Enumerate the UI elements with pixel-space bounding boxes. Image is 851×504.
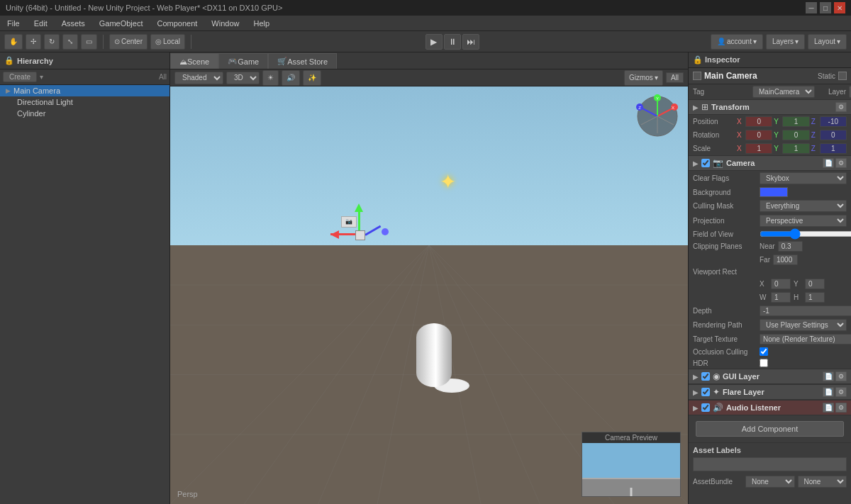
audio-listener-enabled-checkbox[interactable] xyxy=(701,403,710,412)
pivot-button[interactable]: ⊙ Center xyxy=(109,34,148,50)
flare-layer-script-button[interactable]: 📄 xyxy=(823,387,834,397)
menu-assets[interactable]: Assets xyxy=(55,16,92,30)
gui-layer-enabled-checkbox[interactable] xyxy=(701,372,710,381)
pause-button[interactable]: ⏸ xyxy=(444,34,461,50)
audio-listener-component-header[interactable]: ▶ 🔊 Audio Listener 📄 ⚙ xyxy=(689,400,851,415)
tab-scene[interactable]: ⛰ Scene xyxy=(170,53,218,69)
inspector-header: 🔒 Inspector xyxy=(689,52,851,68)
menu-help[interactable]: Help xyxy=(246,16,277,30)
menu-window[interactable]: Window xyxy=(204,16,246,30)
close-button[interactable]: ✕ xyxy=(834,2,845,13)
position-x-field[interactable] xyxy=(745,116,772,127)
rotation-z-field[interactable] xyxy=(820,130,847,140)
rect-tool-button[interactable]: ▭ xyxy=(81,34,97,50)
static-checkbox[interactable] xyxy=(838,72,847,80)
menu-edit[interactable]: Edit xyxy=(27,16,55,30)
scene-audio-button[interactable]: 🔊 xyxy=(282,70,300,86)
rotate-tool-button[interactable]: ↻ xyxy=(44,34,60,50)
asset-bundle-dropdown-2[interactable]: None xyxy=(798,476,847,488)
gizmos-button[interactable]: Gizmos ▾ xyxy=(624,70,663,86)
minimize-button[interactable]: ─ xyxy=(806,2,817,13)
add-component-button[interactable]: Add Component xyxy=(696,421,844,437)
target-texture-field[interactable] xyxy=(760,334,851,345)
camera-object-icon[interactable]: 📷 xyxy=(341,216,357,228)
x-label: X xyxy=(737,118,744,125)
rotation-y-field[interactable] xyxy=(782,130,809,140)
rendering-path-dropdown[interactable]: Use Player Settings xyxy=(760,319,847,331)
transform-settings-button[interactable]: ⚙ xyxy=(835,102,847,112)
sz-label: Z xyxy=(811,145,818,152)
flare-layer-settings-button[interactable]: ⚙ xyxy=(835,387,847,397)
space-button[interactable]: ◎ Local xyxy=(150,34,185,50)
maximize-button[interactable]: □ xyxy=(820,2,831,13)
occlusion-culling-checkbox[interactable] xyxy=(760,347,768,356)
rotation-x-field[interactable] xyxy=(745,130,772,140)
fov-slider[interactable] xyxy=(760,230,851,238)
vr-h-field[interactable] xyxy=(805,292,825,303)
hierarchy-item-main-camera[interactable]: ▶ Main Camera xyxy=(0,85,169,96)
directional-light-icon[interactable]: ✦ xyxy=(440,170,456,194)
far-field[interactable] xyxy=(773,254,798,265)
expand-arrow-icon: ▶ xyxy=(6,87,11,94)
search-scene-input[interactable]: All xyxy=(666,72,684,83)
vr-y-field[interactable] xyxy=(805,279,825,289)
transform-gizmo[interactable] xyxy=(330,203,387,260)
projection-dropdown[interactable]: Perspective xyxy=(760,215,847,227)
scene-lighting-button[interactable]: ☀ xyxy=(262,70,279,86)
scene-nav-gizmo[interactable]: X Y Z xyxy=(635,94,681,140)
audio-listener-script-button[interactable]: 📄 xyxy=(823,403,834,413)
object-name[interactable]: Main Camera xyxy=(704,71,815,81)
scale-x-field[interactable] xyxy=(745,143,772,154)
vr-x-field[interactable] xyxy=(771,279,791,289)
position-z-field[interactable] xyxy=(820,116,847,127)
dimension-dropdown[interactable]: 3D xyxy=(226,72,260,84)
camera-enabled-checkbox[interactable] xyxy=(701,159,710,167)
culling-mask-dropdown[interactable]: Everything xyxy=(760,200,847,212)
shading-mode-dropdown[interactable]: Shaded xyxy=(174,72,223,84)
hand-tool-button[interactable]: ✋ xyxy=(4,34,23,50)
inspector-scroll-area[interactable]: Main Camera Static Tag MainCamera Layer … xyxy=(689,68,851,504)
audio-listener-settings-button[interactable]: ⚙ xyxy=(835,403,847,413)
flare-layer-enabled-checkbox[interactable] xyxy=(701,388,710,396)
menu-file[interactable]: File xyxy=(0,16,27,30)
scale-tool-button[interactable]: ⤡ xyxy=(62,34,78,50)
scene-view[interactable]: 📷 ✦ Persp X xyxy=(170,86,688,504)
camera-settings-button[interactable]: ⚙ xyxy=(835,158,847,168)
account-dropdown[interactable]: 👤 account ▾ xyxy=(711,34,763,50)
scale-y-field[interactable] xyxy=(782,143,809,154)
play-button[interactable]: ▶ xyxy=(425,34,443,50)
flare-layer-component-header[interactable]: ▶ ✦ Flare Layer 📄 ⚙ xyxy=(689,384,851,400)
layers-dropdown[interactable]: Layers ▾ xyxy=(766,34,805,50)
move-tool-button[interactable]: ✢ xyxy=(26,34,41,50)
hierarchy-item-directional-light[interactable]: Directional Light xyxy=(0,96,169,108)
hdr-checkbox[interactable] xyxy=(760,359,768,367)
position-y-field[interactable] xyxy=(782,116,809,127)
hierarchy-content: ▶ Main Camera Directional Light Cylinder xyxy=(0,85,169,504)
camera-script-button[interactable]: 📄 xyxy=(823,158,834,168)
gui-layer-settings-button[interactable]: ⚙ xyxy=(835,371,847,381)
menu-gameobject[interactable]: GameObject xyxy=(92,16,150,30)
scale-z-field[interactable] xyxy=(820,143,847,154)
gui-layer-component-header[interactable]: ▶ ◉ GUI Layer 📄 ⚙ xyxy=(689,369,851,384)
transform-component-header[interactable]: ▶ ⊞ Transform ⚙ xyxy=(689,99,851,115)
vr-w-field[interactable] xyxy=(771,292,791,303)
layout-dropdown[interactable]: Layout ▾ xyxy=(808,34,847,50)
step-button[interactable]: ⏭ xyxy=(462,34,479,50)
gui-layer-script-button[interactable]: 📄 xyxy=(823,371,834,381)
asset-labels-input[interactable] xyxy=(693,457,847,471)
hierarchy-item-cylinder[interactable]: Cylinder xyxy=(0,108,169,119)
background-color-picker[interactable] xyxy=(760,187,788,197)
asset-bundle-dropdown-1[interactable]: None xyxy=(745,476,795,488)
scene-fx-button[interactable]: ✨ xyxy=(303,70,321,86)
hierarchy-create-button[interactable]: Create xyxy=(3,72,37,82)
near-field[interactable] xyxy=(778,241,803,252)
clear-flags-dropdown[interactable]: Skybox xyxy=(760,172,847,184)
camera-component-header[interactable]: ▶ 📷 Camera 📄 ⚙ xyxy=(689,155,851,171)
tab-game[interactable]: 🎮 Game xyxy=(218,53,268,69)
scene-toolbar: Shaded 3D ☀ 🔊 ✨ Gizmos ▾ All xyxy=(170,69,688,86)
tab-asset-store[interactable]: 🛒 Asset Store xyxy=(268,53,337,69)
object-enabled-checkbox[interactable] xyxy=(693,72,701,80)
tag-dropdown[interactable]: MainCamera xyxy=(752,86,815,98)
menu-component[interactable]: Component xyxy=(150,16,204,30)
depth-field[interactable] xyxy=(760,306,851,316)
